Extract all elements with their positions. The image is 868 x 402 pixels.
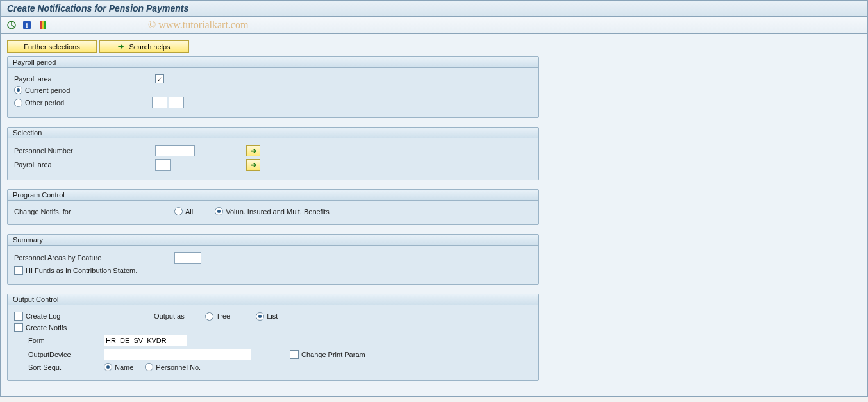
info-icon[interactable]: i — [21, 19, 33, 31]
output-as-label: Output as — [154, 312, 205, 320]
search-helps-label: Search helps — [129, 43, 170, 51]
radio-list-label[interactable]: List — [267, 312, 278, 320]
group-title: Selection — [8, 128, 538, 138]
further-selections-button[interactable]: Further selections — [7, 40, 97, 53]
payroll-area-sel-field[interactable] — [155, 159, 171, 171]
personnel-areas-label: Personnel Areas by Feature — [14, 254, 174, 262]
radio-tree[interactable] — [205, 312, 213, 321]
search-helps-button[interactable]: ➔ Search helps — [99, 40, 189, 53]
svg-rect-5 — [44, 21, 46, 29]
radio-sort-pernr-label[interactable]: Personnel No. — [156, 364, 201, 371]
further-selections-label: Further selections — [24, 43, 79, 51]
output-device-field[interactable] — [104, 349, 251, 360]
radio-current-period[interactable] — [14, 86, 22, 94]
radio-all[interactable] — [174, 207, 183, 215]
group-title: Program Control — [8, 190, 538, 201]
sort-sequ-label: Sort Sequ. — [14, 364, 104, 371]
execute-icon[interactable] — [6, 19, 17, 31]
radio-sort-name-label[interactable]: Name — [115, 364, 133, 371]
personnel-number-label: Personnel Number — [14, 147, 155, 155]
radio-other-period[interactable] — [14, 99, 22, 107]
radio-all-label[interactable]: All — [185, 208, 193, 215]
hi-funds-label[interactable]: HI Funds as in Contribution Statem. — [26, 267, 137, 274]
svg-rect-4 — [42, 21, 44, 29]
watermark-text: © www.tutorialkart.com — [148, 19, 248, 31]
group-payroll-period: Payroll period Payroll area ✓ Current pe… — [7, 56, 539, 118]
other-period-label[interactable]: Other period — [25, 99, 152, 106]
radio-list[interactable] — [256, 312, 264, 321]
create-log-label[interactable]: Create Log — [26, 312, 154, 320]
hi-funds-checkbox[interactable] — [14, 266, 23, 275]
other-period-field-1[interactable] — [152, 97, 167, 108]
group-program-control: Program Control Change Notifs. for All V… — [7, 189, 539, 225]
payroll-area-multi-button[interactable]: ➔ — [246, 159, 260, 171]
svg-text:i: i — [26, 22, 28, 29]
group-summary: Summary Personnel Areas by Feature HI Fu… — [7, 234, 539, 285]
radio-volun[interactable] — [215, 207, 223, 215]
payroll-area-label: Payroll area — [14, 75, 155, 83]
variant-icon[interactable] — [37, 19, 48, 31]
form-label: Form — [14, 337, 104, 344]
personnel-areas-field[interactable] — [174, 252, 201, 264]
personnel-number-multi-button[interactable]: ➔ — [246, 145, 260, 156]
change-print-param-label[interactable]: Change Print Param — [301, 351, 365, 358]
radio-sort-name[interactable] — [104, 363, 112, 371]
change-notifs-for-label: Change Notifs. for — [14, 208, 174, 215]
personnel-number-field[interactable] — [155, 145, 195, 156]
group-output-control: Output Control Create Log Output as Tree… — [7, 294, 539, 381]
other-period-field-2[interactable] — [169, 97, 184, 108]
output-device-label: OutputDevice — [14, 351, 104, 358]
radio-sort-pernr[interactable] — [145, 363, 153, 371]
radio-volun-label[interactable]: Volun. Insured and Mult. Benefits — [226, 208, 329, 215]
arrow-right-icon: ➔ — [251, 147, 256, 155]
group-title: Summary — [8, 235, 538, 246]
form-field[interactable] — [104, 335, 187, 346]
group-title: Payroll period — [8, 57, 538, 68]
arrow-right-icon: ➔ — [118, 42, 124, 51]
svg-rect-3 — [40, 21, 42, 29]
change-print-param-checkbox[interactable] — [290, 350, 299, 359]
group-title: Output Control — [8, 294, 538, 305]
page-title: Create Notifications for Pension Payment… — [1, 1, 867, 17]
payroll-area-checkbox[interactable]: ✓ — [155, 74, 164, 83]
app-toolbar: i © www.tutorialkart.com — [1, 17, 867, 34]
radio-tree-label[interactable]: Tree — [216, 312, 230, 320]
current-period-label[interactable]: Current period — [25, 87, 70, 94]
create-notifs-label[interactable]: Create Notifs — [26, 324, 167, 331]
payroll-area-sel-label: Payroll area — [14, 161, 155, 169]
arrow-right-icon: ➔ — [251, 161, 256, 169]
create-log-checkbox[interactable] — [14, 312, 23, 321]
create-notifs-checkbox[interactable] — [14, 323, 23, 332]
group-selection: Selection Personnel Number ➔ Payroll are… — [7, 127, 539, 180]
